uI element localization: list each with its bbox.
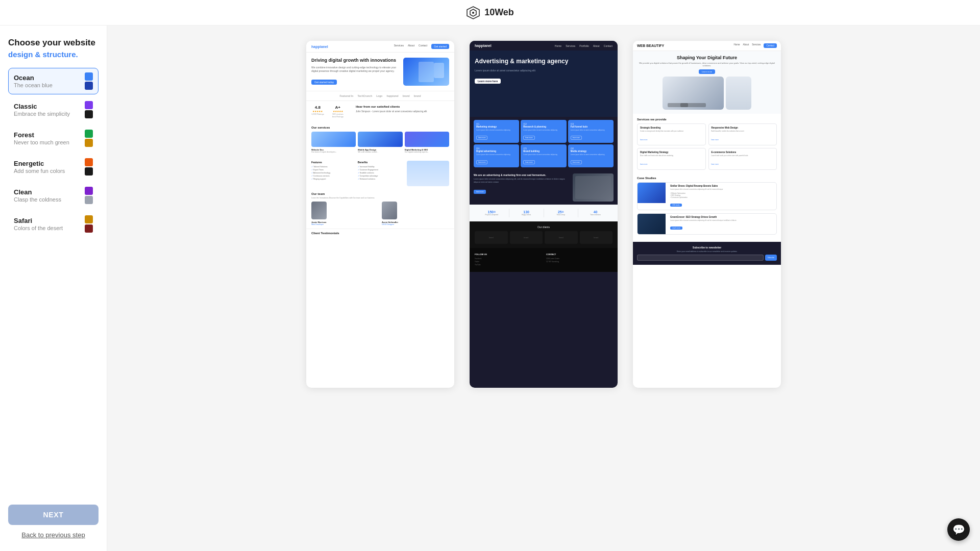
preview-card-3[interactable]: WEB BEAUTIFY Home About Services Contact… (633, 41, 781, 388)
theme-list: Ocean The ocean blue Classic Embrace the… (8, 68, 99, 239)
preview1-services: Our services Website Dev. Our team of ex… (306, 122, 454, 158)
theme-name-safari: Safari (14, 217, 85, 224)
preview2-about: We are an advertising & marketing firm e… (470, 170, 618, 205)
team-member-2: Annie Hofstadler UI/UX Designer (382, 202, 449, 226)
preview1-team: Our team Learn the Innovations Discover … (306, 189, 454, 229)
service-card-1: Website Dev. Our team of expert develope… (311, 132, 356, 154)
theme-item-text-safari: Safari Colors of the desert (14, 217, 85, 231)
sidebar-subtitle: design & structure. (8, 50, 99, 59)
preview2-services: 01 Marketing strategy Lorem ipsum dolor … (470, 117, 618, 170)
swatch-primary-energetic (85, 158, 93, 166)
preview-inner-3: WEB BEAUTIFY Home About Services Contact… (633, 41, 781, 388)
team-member-1: Jamie Morrison Web Developer (311, 202, 379, 226)
preview2-footer: FOLLOW US Facebook Twitter YouTube CONTA… (470, 248, 618, 272)
next-button[interactable]: NEXT (8, 505, 99, 525)
sidebar: Choose your website design & structure. … (0, 26, 107, 551)
theme-item-clean[interactable]: Clean Clasp the coldness (8, 182, 99, 209)
preview1-hero-img (403, 58, 449, 86)
theme-swatches-clean (85, 187, 93, 204)
preview3-services: Services we provide Strategic Branding C… (633, 114, 781, 177)
preview1-nav: happianel Services About Contact Get sta… (306, 41, 454, 53)
theme-desc-ocean: The ocean blue (14, 82, 85, 88)
preview1-hero-title: Driving digital growth with innovations (311, 58, 400, 64)
swatch-secondary-energetic (85, 167, 93, 176)
chat-bubble[interactable]: 💬 (947, 518, 970, 541)
theme-item-text-classic: Classic Embrace the simplicity (14, 103, 85, 117)
theme-item-text-clean: Clean Clasp the coldness (14, 188, 85, 203)
preview2-nav: happianel Home Services Portfolio About … (470, 41, 618, 51)
preview3-hero: Shaping Your Digital Future We provide y… (633, 51, 781, 114)
preview2-stats: 150+ Projects completed 130 Happy client… (470, 205, 618, 221)
swatch-secondary-ocean (85, 82, 93, 90)
theme-name-classic: Classic (14, 103, 85, 110)
theme-desc-forest: Never too much green (14, 139, 85, 145)
preview1-nav-logo: happianel (311, 45, 328, 48)
content-area: happianel Services About Contact Get sta… (107, 26, 980, 551)
theme-desc-clean: Clasp the coldness (14, 196, 85, 203)
theme-desc-safari: Colors of the desert (14, 225, 85, 231)
preview-card-1[interactable]: happianel Services About Contact Get sta… (306, 41, 454, 388)
theme-item-text-ocean: Ocean The ocean blue (14, 74, 85, 88)
swatch-primary-ocean (85, 72, 93, 81)
stat-rating: 4.8 ★★★★★ 1,000 Ratings (311, 105, 324, 118)
preview1-hero: Driving digital growth with innovations … (306, 53, 454, 91)
theme-swatches-safari (85, 215, 93, 233)
theme-swatches-forest (85, 130, 93, 147)
preview1-testimonials-footer: Client Testimonials (306, 229, 454, 237)
swatch-primary-safari (85, 215, 93, 223)
theme-item-forest[interactable]: Forest Never too much green (8, 125, 99, 152)
theme-name-energetic: Energetic (14, 160, 85, 167)
theme-item-text-energetic: Energetic Add some fun colors (14, 160, 85, 174)
preview1-hero-body: We combine innovative design and cutting… (311, 66, 400, 73)
preview3-nav: WEB BEAUTIFY Home About Services Contact (633, 41, 781, 51)
preview1-nav-links: Services About Contact Get started (394, 44, 449, 49)
features-image (407, 161, 449, 186)
preview1-nav-link: Contact (419, 44, 427, 49)
back-link[interactable]: Back to previous step (8, 531, 99, 539)
swatch-primary-forest (85, 130, 93, 138)
preview1-nav-btn: Get started (431, 44, 449, 49)
sidebar-bottom: NEXT Back to previous step (8, 505, 99, 539)
theme-swatches-ocean (85, 72, 93, 90)
theme-item-ocean[interactable]: Ocean The ocean blue (8, 68, 99, 94)
preview1-testimonial: Hear from our satisfied clients John Sim… (352, 105, 449, 118)
preview-card-2[interactable]: happianel Home Services Portfolio About … (470, 41, 618, 388)
chat-icon: 💬 (952, 523, 965, 536)
swatch-secondary-classic (85, 110, 93, 118)
theme-name-ocean: Ocean (14, 74, 85, 82)
preview-inner-2: happianel Home Services Portfolio About … (470, 41, 618, 388)
preview2-hero: Advertising & marketing agency Lorem ips… (470, 51, 618, 117)
sidebar-title: Choose your website (8, 38, 99, 48)
swatch-secondary-forest (85, 139, 93, 147)
preview1-hero-cta: Get started today (311, 80, 337, 85)
theme-name-forest: Forest (14, 131, 85, 139)
stat-award: A+ ★★★★★ 500 reviewsbest Ratings (332, 105, 344, 118)
preview1-nav-link: Services (394, 44, 404, 49)
theme-item-safari[interactable]: Safari Colors of the desert (8, 211, 99, 237)
preview1-stats: 4.8 ★★★★★ 1,000 Ratings A+ ★★★★★ 500 rev… (306, 101, 454, 122)
swatch-primary-classic (85, 101, 93, 109)
theme-item-energetic[interactable]: Energetic Add some fun colors (8, 154, 99, 180)
preview2-about-img (573, 173, 614, 202)
logo: 10Web (466, 6, 514, 20)
preview2-clients: Our clients brand brand brand brand (470, 221, 618, 248)
service-card-3: Digital Marketing & SEO Our digital mark… (405, 132, 449, 154)
svg-point-2 (472, 12, 474, 14)
preview3-cases: Case Studies Stellar Shoes: Digital Reva… (633, 177, 781, 241)
preview1-nav-link: About (408, 44, 414, 49)
swatch-secondary-clean (85, 196, 93, 204)
preview1-features: Features Tailored Solutions Expert Team … (306, 158, 454, 189)
theme-item-text-forest: Forest Never too much green (14, 131, 85, 145)
theme-desc-energetic: Add some fun colors (14, 168, 85, 174)
swatch-secondary-safari (85, 224, 93, 233)
main-layout: Choose your website design & structure. … (0, 0, 980, 551)
header: 10Web (0, 0, 980, 26)
preview1-logos: Featured In TechCrunch Logo happianel br… (306, 91, 454, 101)
theme-swatches-energetic (85, 158, 93, 176)
theme-name-clean: Clean (14, 188, 85, 196)
logo-icon (466, 6, 480, 20)
theme-item-classic[interactable]: Classic Embrace the simplicity (8, 96, 99, 123)
theme-swatches-classic (85, 101, 93, 118)
preview-inner-1: happianel Services About Contact Get sta… (306, 41, 454, 388)
swatch-primary-clean (85, 187, 93, 195)
